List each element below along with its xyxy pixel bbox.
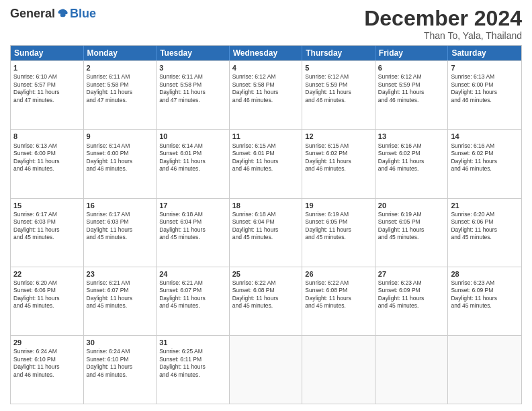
header-friday: Friday	[375, 46, 449, 60]
day-21: 21 Sunrise: 6:20 AMSunset: 6:06 PMDaylig…	[448, 199, 521, 267]
day-20: 20 Sunrise: 6:19 AMSunset: 6:05 PMDaylig…	[375, 199, 449, 267]
day-11: 11 Sunrise: 6:15 AMSunset: 6:01 PMDaylig…	[230, 130, 303, 197]
header-tuesday: Tuesday	[157, 46, 230, 60]
page-container: General Blue December 2024 Than To, Yala…	[0, 0, 532, 411]
calendar-header: Sunday Monday Tuesday Wednesday Thursday…	[11, 46, 521, 60]
day-19: 19 Sunrise: 6:19 AMSunset: 6:05 PMDaylig…	[302, 199, 375, 267]
week-row-4: 22 Sunrise: 6:20 AMSunset: 6:06 PMDaylig…	[11, 267, 521, 335]
day-16: 16 Sunrise: 6:17 AMSunset: 6:03 PMDaylig…	[84, 199, 157, 267]
day-3: 3 Sunrise: 6:11 AMSunset: 5:58 PMDayligh…	[157, 61, 230, 129]
calendar: Sunday Monday Tuesday Wednesday Thursday…	[10, 45, 522, 404]
header-wednesday: Wednesday	[230, 46, 303, 60]
logo: General Blue	[10, 7, 96, 21]
day-7: 7 Sunrise: 6:13 AMSunset: 6:00 PMDayligh…	[448, 61, 521, 129]
day-6: 6 Sunrise: 6:12 AMSunset: 5:59 PMDayligh…	[375, 61, 449, 129]
day-27: 27 Sunrise: 6:23 AMSunset: 6:09 PMDaylig…	[375, 267, 449, 335]
logo-general: General	[10, 7, 55, 21]
day-empty-4	[448, 336, 521, 404]
week-row-5: 29 Sunrise: 6:24 AMSunset: 6:10 PMDaylig…	[11, 335, 521, 404]
day-18: 18 Sunrise: 6:18 AMSunset: 6:04 PMDaylig…	[230, 199, 303, 267]
day-2: 2 Sunrise: 6:11 AMSunset: 5:58 PMDayligh…	[84, 61, 157, 129]
week-row-1: 1 Sunrise: 6:10 AMSunset: 5:57 PMDayligh…	[11, 60, 521, 129]
day-23: 23 Sunrise: 6:21 AMSunset: 6:07 PMDaylig…	[84, 267, 157, 335]
logo-bird-icon	[56, 7, 70, 21]
header-thursday: Thursday	[302, 46, 375, 60]
day-8: 8 Sunrise: 6:13 AMSunset: 6:00 PMDayligh…	[11, 130, 84, 197]
day-14: 14 Sunrise: 6:16 AMSunset: 6:02 PMDaylig…	[448, 130, 521, 197]
day-9: 9 Sunrise: 6:14 AMSunset: 6:00 PMDayligh…	[84, 130, 157, 197]
day-28: 28 Sunrise: 6:23 AMSunset: 6:09 PMDaylig…	[448, 267, 521, 335]
day-4: 4 Sunrise: 6:12 AMSunset: 5:58 PMDayligh…	[230, 61, 303, 129]
day-empty-2	[302, 336, 375, 404]
calendar-title: December 2024	[364, 7, 522, 30]
day-empty-3	[375, 336, 449, 404]
week-row-2: 8 Sunrise: 6:13 AMSunset: 6:00 PMDayligh…	[11, 129, 521, 197]
header: General Blue December 2024 Than To, Yala…	[10, 7, 522, 41]
day-26: 26 Sunrise: 6:22 AMSunset: 6:08 PMDaylig…	[302, 267, 375, 335]
day-empty-1	[230, 336, 303, 404]
day-17: 17 Sunrise: 6:18 AMSunset: 6:04 PMDaylig…	[157, 199, 230, 267]
calendar-subtitle: Than To, Yala, Thailand	[364, 30, 522, 41]
day-25: 25 Sunrise: 6:22 AMSunset: 6:08 PMDaylig…	[230, 267, 303, 335]
week-row-3: 15 Sunrise: 6:17 AMSunset: 6:03 PMDaylig…	[11, 198, 521, 267]
header-monday: Monday	[84, 46, 157, 60]
calendar-body: 1 Sunrise: 6:10 AMSunset: 5:57 PMDayligh…	[11, 60, 521, 404]
day-1: 1 Sunrise: 6:10 AMSunset: 5:57 PMDayligh…	[11, 61, 84, 129]
day-22: 22 Sunrise: 6:20 AMSunset: 6:06 PMDaylig…	[11, 267, 84, 335]
header-saturday: Saturday	[448, 46, 521, 60]
logo-blue: Blue	[70, 7, 96, 21]
day-13: 13 Sunrise: 6:16 AMSunset: 6:02 PMDaylig…	[375, 130, 449, 197]
day-5: 5 Sunrise: 6:12 AMSunset: 5:59 PMDayligh…	[302, 61, 375, 129]
header-sunday: Sunday	[11, 46, 84, 60]
day-12: 12 Sunrise: 6:15 AMSunset: 6:02 PMDaylig…	[302, 130, 375, 197]
day-15: 15 Sunrise: 6:17 AMSunset: 6:03 PMDaylig…	[11, 199, 84, 267]
title-block: December 2024 Than To, Yala, Thailand	[364, 7, 522, 41]
day-24: 24 Sunrise: 6:21 AMSunset: 6:07 PMDaylig…	[157, 267, 230, 335]
day-29: 29 Sunrise: 6:24 AMSunset: 6:10 PMDaylig…	[11, 336, 84, 404]
day-10: 10 Sunrise: 6:14 AMSunset: 6:01 PMDaylig…	[157, 130, 230, 197]
day-30: 30 Sunrise: 6:24 AMSunset: 6:10 PMDaylig…	[84, 336, 157, 404]
logo-text: General Blue	[10, 7, 96, 21]
day-31: 31 Sunrise: 6:25 AMSunset: 6:11 PMDaylig…	[157, 336, 230, 404]
